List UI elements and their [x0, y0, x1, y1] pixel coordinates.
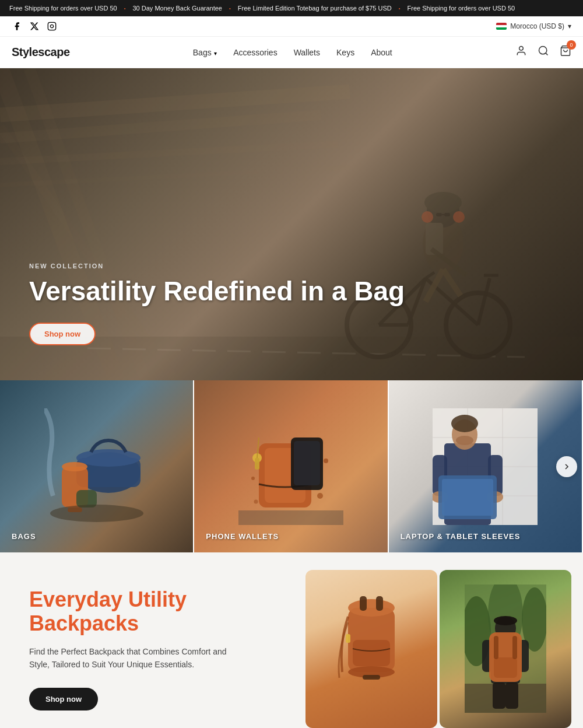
svg-line-23	[426, 272, 434, 278]
separator-3: •	[399, 6, 401, 11]
nav-item-accessories[interactable]: Accessories	[233, 47, 277, 58]
top-bar: Morocco (USD $) ▾	[0, 16, 583, 37]
announcement-item-3: Free Limited Edition Totebag for purchas…	[238, 5, 392, 12]
search-icon[interactable]	[538, 45, 549, 60]
region-selector[interactable]: Morocco (USD $) ▾	[496, 22, 571, 30]
svg-rect-75	[376, 596, 383, 611]
nav-link-bags[interactable]: Bags	[193, 48, 212, 57]
bags-card-bg	[0, 380, 193, 552]
announcement-item-4: Free Shipping for orders over USD 50	[408, 5, 515, 12]
backpacks-description: Find the Perfect Backpack that Combines …	[29, 645, 227, 671]
svg-line-21	[478, 278, 490, 325]
category-card-bags[interactable]: BAGS	[0, 380, 193, 552]
main-nav: Stylescape Bags Accessories Wallets Keys…	[0, 37, 583, 68]
facebook-icon[interactable]	[12, 21, 22, 32]
nav-link-accessories[interactable]: Accessories	[233, 48, 277, 57]
hero-subtitle: NEW COLLECTION	[29, 262, 405, 270]
svg-point-46	[324, 459, 328, 463]
svg-point-40	[62, 462, 87, 471]
hero-cta-button[interactable]: Shop now	[29, 323, 96, 345]
category-card-wallets[interactable]: PHONE WALLETS	[194, 380, 387, 552]
nav-link-wallets[interactable]: Wallets	[294, 48, 320, 57]
sleeves-card-bg	[389, 380, 582, 552]
svg-line-30	[443, 270, 461, 296]
wallets-card-bg	[194, 380, 387, 552]
announcement-item-2: 30 Day Money Back Guarantee	[132, 5, 222, 12]
hero-section: NEW COLLECTION Versatility Redefined in …	[0, 68, 583, 380]
backpacks-title: Everyday Utility Backpacks	[29, 587, 271, 636]
nav-link-about[interactable]: About	[371, 48, 392, 57]
chevron-down-icon: ▾	[568, 22, 571, 30]
svg-point-38	[76, 449, 141, 467]
carousel-next-button[interactable]	[556, 456, 577, 477]
hero-overlay: NEW COLLECTION Versatility Redefined in …	[29, 262, 405, 345]
svg-rect-77	[346, 634, 350, 643]
svg-point-3	[539, 47, 547, 54]
backpacks-text: Everyday Utility Backpacks Find the Perf…	[0, 552, 300, 728]
announcement-items: Free Shipping for orders over USD 50 • 3…	[9, 5, 574, 12]
svg-rect-70	[442, 479, 493, 516]
x-twitter-icon[interactable]	[29, 21, 40, 32]
cart-badge: 0	[567, 40, 576, 50]
svg-rect-53	[255, 458, 259, 470]
svg-rect-79	[363, 675, 380, 680]
svg-rect-76	[353, 640, 390, 666]
svg-line-29	[426, 270, 443, 302]
svg-point-71	[456, 436, 473, 445]
svg-point-87	[494, 616, 517, 625]
svg-point-26	[424, 192, 462, 213]
wallets-label: PHONE WALLETS	[206, 532, 279, 541]
social-icons	[12, 21, 57, 32]
announcement-bar: Free Shipping for orders over USD 50 • 3…	[0, 0, 583, 16]
svg-point-34	[422, 211, 433, 223]
logo[interactable]: Stylescape	[12, 46, 70, 59]
morocco-flag	[496, 23, 507, 30]
backpack-product-image	[305, 570, 437, 728]
svg-rect-91	[494, 657, 517, 678]
region-label: Morocco (USD $)	[510, 22, 564, 30]
nav-item-bags[interactable]: Bags	[193, 47, 217, 58]
bags-label: BAGS	[12, 532, 36, 541]
account-icon[interactable]	[515, 45, 527, 60]
svg-point-2	[519, 47, 524, 51]
svg-rect-92	[494, 636, 498, 659]
svg-rect-0	[48, 22, 55, 30]
svg-line-12	[0, 167, 350, 185]
svg-rect-51	[294, 441, 320, 485]
separator-2: •	[229, 6, 231, 11]
svg-point-47	[251, 477, 255, 480]
nav-link-keys[interactable]: Keys	[336, 48, 354, 57]
nav-links: Bags Accessories Wallets Keys About	[193, 47, 392, 58]
svg-line-11	[0, 144, 338, 162]
svg-point-43	[50, 505, 143, 522]
cart-icon[interactable]: 0	[560, 45, 571, 60]
backpacks-cta-button[interactable]: Shop now	[29, 688, 98, 710]
backpack-lifestyle-image	[440, 570, 571, 728]
svg-rect-55	[238, 510, 343, 525]
svg-point-64	[451, 415, 478, 432]
announcement-item-1: Free Shipping for orders over USD 50	[9, 5, 117, 12]
separator-1: •	[124, 6, 126, 11]
svg-point-73	[348, 599, 395, 617]
sleeves-label: LAPTOP & TABLET SLEEVES	[401, 532, 521, 541]
svg-rect-94	[493, 682, 505, 709]
nav-item-about[interactable]: About	[371, 47, 392, 58]
svg-rect-93	[512, 636, 517, 659]
svg-line-4	[546, 53, 548, 55]
category-card-sleeves[interactable]: LAPTOP & TABLET SLEEVES	[389, 380, 582, 552]
svg-rect-74	[360, 596, 367, 611]
hero-title: Versatility Redefined in a Bag	[29, 276, 405, 306]
nav-actions: 0	[515, 45, 571, 60]
backpacks-section: Everyday Utility Backpacks Find the Perf…	[0, 552, 583, 728]
backpacks-images	[300, 552, 583, 728]
instagram-icon[interactable]	[47, 21, 57, 32]
nav-item-keys[interactable]: Keys	[336, 47, 354, 58]
svg-point-48	[317, 493, 323, 499]
svg-rect-95	[505, 682, 518, 709]
category-section: BAGS	[0, 380, 583, 552]
nav-item-wallets[interactable]: Wallets	[294, 47, 320, 58]
svg-point-35	[453, 211, 465, 223]
svg-rect-32	[444, 213, 450, 216]
svg-rect-31	[436, 213, 442, 216]
svg-point-49	[254, 499, 258, 503]
